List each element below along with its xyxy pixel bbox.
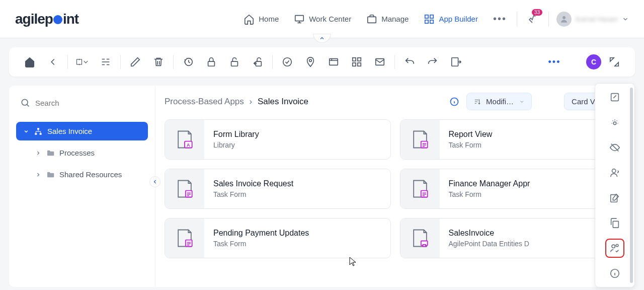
chevron-right-icon bbox=[35, 172, 41, 178]
tree-child-processes[interactable]: Processes bbox=[16, 143, 148, 162]
svg-rect-0 bbox=[295, 15, 304, 21]
tb-mail-button[interactable] bbox=[373, 55, 387, 69]
logo-dot-icon bbox=[53, 15, 62, 24]
card-finance-manager-appr[interactable]: Finance Manager Appr Task Form bbox=[400, 169, 626, 209]
tb-location-button[interactable] bbox=[303, 55, 317, 69]
monitor-icon bbox=[294, 14, 305, 25]
collapse-header-button[interactable] bbox=[313, 34, 331, 43]
tb-browser-button[interactable] bbox=[327, 55, 341, 69]
notif-badge: 33 bbox=[532, 9, 542, 16]
collapse-sidebar-button[interactable] bbox=[149, 176, 160, 187]
rail-info-button[interactable] bbox=[608, 267, 621, 280]
svg-rect-10 bbox=[231, 61, 238, 66]
svg-rect-11 bbox=[256, 61, 261, 66]
svg-point-36 bbox=[612, 169, 616, 173]
svg-rect-16 bbox=[358, 58, 361, 61]
tb-back-button[interactable] bbox=[46, 55, 60, 69]
svg-rect-1 bbox=[368, 17, 376, 23]
ellipsis-icon: ••• bbox=[493, 13, 507, 25]
info-icon[interactable] bbox=[449, 97, 459, 107]
tb-home-button[interactable] bbox=[23, 55, 37, 69]
svg-rect-20 bbox=[452, 58, 458, 66]
tb-undo-button[interactable] bbox=[403, 55, 417, 69]
sort-dropdown[interactable]: Modifie… bbox=[466, 93, 532, 110]
chevron-down-icon bbox=[519, 99, 525, 105]
tb-apps-button[interactable] bbox=[350, 55, 364, 69]
home-icon bbox=[244, 14, 255, 25]
svg-rect-33 bbox=[423, 245, 426, 247]
briefcase-icon bbox=[366, 14, 377, 25]
main-nav: Home Work Center Manage App Builder ••• bbox=[244, 13, 507, 25]
library-icon: A bbox=[165, 120, 204, 159]
tb-align-button[interactable] bbox=[99, 55, 113, 69]
tb-redo-button[interactable] bbox=[426, 55, 440, 69]
sort-icon bbox=[474, 98, 481, 106]
sitemap-icon bbox=[34, 127, 42, 135]
tb-verify-button[interactable] bbox=[280, 55, 294, 69]
tb-history-button[interactable] bbox=[181, 55, 195, 69]
tb-more-button[interactable]: ••• bbox=[547, 55, 561, 69]
svg-point-40 bbox=[616, 244, 618, 247]
rail-visibility-button[interactable] bbox=[608, 116, 621, 129]
tb-crop-button[interactable] bbox=[75, 55, 90, 69]
card-sales-invoice-request[interactable]: Sales Invoice Request Task Form bbox=[165, 169, 391, 209]
nav-manage[interactable]: Manage bbox=[366, 14, 409, 25]
rail-disable-button[interactable] bbox=[608, 141, 621, 154]
grid-icon bbox=[424, 14, 435, 25]
svg-point-39 bbox=[612, 245, 615, 248]
svg-rect-23 bbox=[35, 133, 37, 134]
notifications-button[interactable]: 33 bbox=[527, 12, 539, 26]
nav-workcenter[interactable]: Work Center bbox=[294, 14, 351, 25]
card-pending-payment-updates[interactable]: Pending Payment Updates Task Form bbox=[165, 218, 391, 258]
svg-rect-5 bbox=[430, 20, 433, 23]
search-input[interactable] bbox=[35, 99, 144, 107]
svg-rect-29 bbox=[186, 191, 192, 197]
rail-compose-button[interactable] bbox=[608, 191, 621, 204]
tb-edit-button[interactable] bbox=[128, 55, 142, 69]
header-right: 33 Kamal Hasan bbox=[517, 12, 629, 27]
form-icon bbox=[165, 219, 204, 258]
tree-child-shared-resources[interactable]: Shared Resources bbox=[16, 165, 148, 184]
svg-text:A: A bbox=[187, 142, 190, 148]
svg-rect-3 bbox=[430, 15, 433, 18]
breadcrumb-parent[interactable]: Process-Based Apps bbox=[165, 97, 244, 106]
search-wrap bbox=[16, 93, 148, 113]
nav-appbuilder[interactable]: App Builder bbox=[424, 14, 478, 25]
tb-export-button[interactable] bbox=[449, 55, 463, 69]
tb-refresh-button[interactable]: C bbox=[586, 54, 601, 69]
folder-icon bbox=[46, 149, 54, 157]
nav-home[interactable]: Home bbox=[244, 14, 279, 25]
sidebar: Sales Invoice Processes Shared Resources bbox=[9, 86, 155, 287]
svg-rect-9 bbox=[208, 61, 215, 66]
card-form-library[interactable]: A Form Library Library bbox=[165, 119, 391, 160]
avatar-icon bbox=[556, 12, 572, 27]
breadcrumb: Process-Based Apps › Sales Invoice bbox=[165, 97, 308, 107]
form-icon bbox=[165, 169, 204, 208]
user-menu[interactable]: Kamal Hasan bbox=[548, 12, 629, 27]
svg-point-13 bbox=[309, 59, 312, 62]
rail-user-unknown-button[interactable] bbox=[608, 166, 621, 179]
svg-point-21 bbox=[22, 99, 28, 105]
svg-rect-14 bbox=[330, 59, 338, 65]
svg-point-6 bbox=[562, 16, 566, 19]
svg-point-35 bbox=[613, 122, 616, 125]
card-salesinvoice-entity[interactable]: SalesInvoice AgilePoint Data Entities D bbox=[400, 218, 626, 258]
svg-rect-30 bbox=[421, 191, 427, 197]
chevron-left-icon bbox=[152, 179, 158, 185]
tb-checkout-button[interactable] bbox=[251, 55, 265, 69]
rail-edit-button[interactable] bbox=[608, 91, 621, 104]
tb-delete-button[interactable] bbox=[151, 55, 166, 69]
rail-users-check-button[interactable] bbox=[608, 242, 621, 255]
svg-rect-15 bbox=[353, 58, 356, 61]
svg-rect-4 bbox=[425, 20, 428, 23]
tb-fullscreen-button[interactable] bbox=[607, 55, 621, 69]
tb-unlock-button[interactable] bbox=[227, 55, 242, 69]
entity-icon bbox=[400, 219, 440, 258]
rail-copy-button[interactable] bbox=[608, 216, 621, 230]
tree-root-sales-invoice[interactable]: Sales Invoice bbox=[16, 122, 148, 140]
tree: Sales Invoice Processes Shared Resources bbox=[16, 122, 148, 184]
tb-lock-button[interactable] bbox=[204, 55, 218, 69]
cards-grid: A Form Library Library Report View Task … bbox=[165, 119, 626, 258]
card-report-view[interactable]: Report View Task Form bbox=[400, 119, 626, 160]
nav-more[interactable]: ••• bbox=[493, 13, 507, 25]
